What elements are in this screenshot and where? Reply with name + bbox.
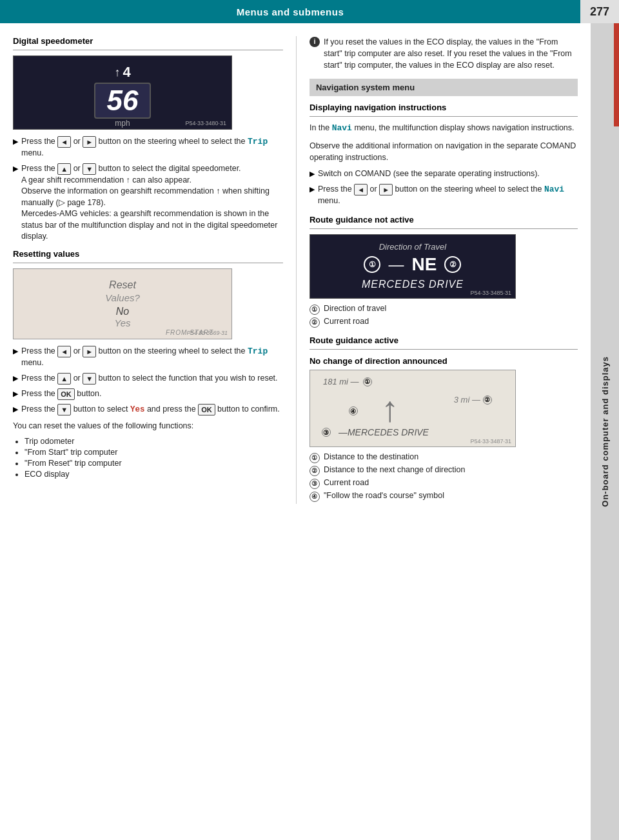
left-column: Digital speedometer ↑ 4 56 mph P54·33·34…: [13, 36, 297, 504]
num-circle-4-active: ④: [349, 406, 362, 416]
active-route-item-4-text: "Follow the road's course" symbol: [324, 491, 444, 500]
speedo-instruction-2: ▶ Press the ▲ or ▼ button to select the …: [13, 163, 283, 243]
reset-instruction-2-text: Press the ▲ or ▼ button to select the fu…: [21, 373, 283, 385]
route-not-active-display: Direction of Travel ① — NE ② MERCEDES DR…: [310, 234, 516, 299]
info-box: i If you reset the values in the ECO dis…: [310, 36, 578, 71]
reset-instruction-3-text: Press the OK button.: [21, 388, 283, 400]
divider-5: [310, 349, 578, 350]
route-ref-1: P54·33·3485·31: [470, 290, 511, 296]
reset-functions-list: Trip odometer "From Start" trip computer…: [13, 437, 283, 479]
list-item-3: "From Reset" trip computer: [25, 459, 283, 468]
active-route-item-1-text: Distance to the destination: [324, 452, 418, 461]
road-name: MERCEDES DRIVE: [362, 279, 464, 290]
nav-paragraph-1: In the Navi menu, the multifunction disp…: [310, 122, 578, 135]
nav-instruction-2-text: Press the ◄ or ► button on the steering …: [318, 184, 578, 207]
digital-speedometer-title: Digital speedometer: [13, 36, 283, 46]
divider-3: [310, 116, 578, 117]
speed-value: 56: [107, 86, 139, 115]
up-arrow-icon: ↑: [381, 388, 399, 430]
direction-label: Direction of Travel: [379, 242, 447, 252]
active-route-item-2-text: Distance to the next change of direction: [324, 465, 466, 474]
nav-instruction-2: ▶ Press the ◄ or ► button on the steerin…: [310, 184, 578, 207]
num-a3: ③: [310, 479, 320, 489]
active-route-item-1: ① Distance to the destination: [310, 452, 578, 463]
bullet-arrow-5: ▶: [13, 389, 18, 399]
info-icon: i: [310, 37, 320, 47]
nav-menu-header: Navigation system menu: [310, 79, 578, 96]
sidebar: On-board computer and displays: [591, 23, 619, 840]
divider-2: [13, 263, 283, 263]
page-number: 277: [580, 0, 619, 23]
bullet-arrow-icon: ▶: [13, 137, 18, 146]
active-route-item-2: ② Distance to the next change of directi…: [310, 465, 578, 476]
bullet-arrow-3: ▶: [13, 346, 18, 356]
bullet-arrow-6: ▶: [13, 405, 18, 414]
speedometer-display: ↑ 4 56 mph P54·33·3480·31: [13, 55, 232, 130]
num-circle-1-active: ①: [363, 377, 372, 386]
reset-instruction-1-text: Press the ◄ or ► button on the steering …: [21, 346, 283, 369]
active-route-item-4: ④ "Follow the road's course" symbol: [310, 491, 578, 502]
bullet-arrow-7: ▶: [310, 169, 315, 179]
bullet-arrow-icon-2: ▶: [13, 164, 18, 174]
reset-instruction-1: ▶ Press the ◄ or ► button on the steerin…: [13, 346, 283, 369]
list-item-2: "From Start" trip computer: [25, 448, 283, 457]
speedo-ref: P54·33·3480·31: [185, 120, 226, 126]
sidebar-accent: [614, 23, 619, 126]
reset-instruction-4-text: Press the ▼ button to select Yes and pre…: [21, 404, 283, 416]
route-item-2-text: Current road: [324, 317, 369, 326]
reset-yes-label: Yes: [114, 317, 130, 328]
active-route-item-3: ③ Current road: [310, 478, 578, 489]
reset-no-label: No: [116, 306, 129, 317]
num-a4: ④: [310, 492, 320, 502]
reset-instruction-3: ▶ Press the OK button.: [13, 388, 283, 400]
no-change-title: No change of direction announced: [310, 356, 578, 366]
circle-2: ②: [444, 256, 461, 273]
sidebar-label: On-board computer and displays: [600, 356, 610, 507]
bullet-arrow-8: ▶: [310, 185, 315, 194]
list-item-4: ECO display: [25, 470, 283, 479]
reset-title-label: Reset: [109, 279, 136, 291]
route-item-2: ② Current road: [310, 317, 578, 328]
nav-paragraph-2: Observe the additional information on na…: [310, 140, 578, 163]
route-active-section: Route guidance active No change of direc…: [310, 335, 578, 502]
route-not-active-title: Route guidance not active: [310, 215, 578, 225]
dash-separator: —: [388, 255, 404, 274]
speedo-instruction-1-text: Press the ◄ or ► button on the steering …: [21, 136, 283, 159]
resetting-values-title: Resetting values: [13, 249, 283, 259]
ne-text: NE: [411, 254, 437, 275]
reset-display: Reset Values? No Yes FROM START P54·33·3…: [13, 268, 232, 339]
ne-row: ① — NE ②: [364, 254, 461, 275]
nav-instruction-1-text: Switch on COMAND (see the separate opera…: [318, 168, 578, 180]
route-item-1-text: Direction of travel: [324, 304, 386, 313]
nav-instruction-1: ▶ Switch on COMAND (see the separate ope…: [310, 168, 578, 180]
num-1: ①: [310, 305, 320, 315]
list-item-1: Trip odometer: [25, 437, 283, 446]
speed-unit: mph: [115, 119, 130, 128]
circle-1: ①: [364, 256, 380, 273]
main-content: Digital speedometer ↑ 4 56 mph P54·33·34…: [0, 23, 591, 517]
right-column: i If you reset the values in the ECO dis…: [297, 36, 578, 504]
gear-indicator: ↑ 4: [114, 64, 130, 81]
reset-paragraph: You can reset the values of the followin…: [13, 420, 283, 432]
divider-4: [310, 228, 578, 229]
route-item-1: ① Direction of travel: [310, 304, 578, 315]
bottom-road-name: —MERCEDES DRIVE: [339, 427, 429, 437]
reset-instruction-4: ▶ Press the ▼ button to select Yes and p…: [13, 404, 283, 416]
bullet-arrow-4: ▶: [13, 374, 18, 383]
gear-number: 4: [123, 64, 130, 81]
num-circle-2-active: ②: [483, 395, 492, 405]
num-2: ②: [310, 317, 320, 328]
num-a1: ①: [310, 453, 320, 463]
displaying-nav-section: Displaying navigation instructions In th…: [310, 103, 578, 207]
reset-values-label: Values?: [105, 291, 140, 306]
route-active-title: Route guidance active: [310, 335, 578, 345]
num-circle-3-active: ③: [322, 428, 331, 437]
gear-arrow-icon: ↑: [114, 66, 120, 79]
reset-instruction-2: ▶ Press the ▲ or ▼ button to select the …: [13, 373, 283, 385]
route-not-active-section: Route guidance not active Direction of T…: [310, 215, 578, 328]
speed-box: 56: [94, 83, 152, 119]
displaying-nav-title: Displaying navigation instructions: [310, 103, 578, 112]
route-ref-2: P54·33·3487·31: [470, 438, 511, 445]
route-active-display: 181 mi — ① ↑ ④ 3 mi — ② ③ —MERCEDES DRIV…: [310, 370, 516, 447]
dist-top-row: 181 mi — ①: [323, 377, 376, 386]
